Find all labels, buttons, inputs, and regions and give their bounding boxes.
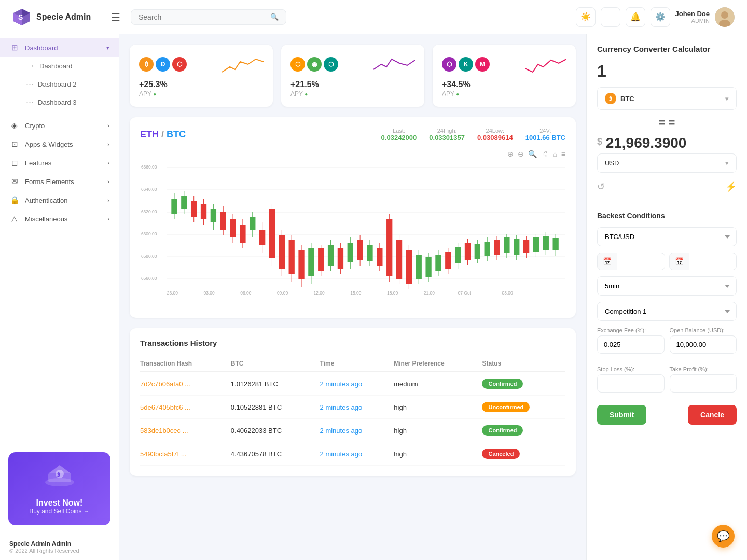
sidebar-item-features[interactable]: ◻ Features › [0,153,119,172]
search-input[interactable] [139,13,266,21]
table-row: 583de1b0cec ... 0.40622033 BTC 2 minutes… [140,419,565,442]
open-balance-input[interactable] [670,335,737,354]
svg-text:6620.00: 6620.00 [141,209,157,214]
tx-hash-cell[interactable]: 583de1b0cec ... [140,419,231,442]
theme-toggle-button[interactable]: ☀️ [576,7,596,27]
competition-form-group: Competition 1 [597,302,737,321]
svg-rect-27 [181,196,187,209]
stoploss-takeprofit-row: Stop Loss (%): Take Profit (%): [597,366,737,399]
mini-chart-1 [222,54,264,75]
transactions-table: Transaction Hash BTC Time Miner Preferen… [140,356,565,466]
equals-icon: = = [597,116,737,130]
apy-label-2: APY ● [290,90,415,97]
sidebar-item-auth[interactable]: 🔒 Authentication › [0,191,119,209]
btc-currency-select[interactable]: ₿ BTC ▾ [597,87,737,110]
svg-rect-25 [171,199,177,214]
svg-text:6580.00: 6580.00 [141,254,157,259]
sidebar-item-apps[interactable]: ⊡ Apps & Widgets › [0,135,119,153]
date-end-input[interactable] [689,254,737,270]
svg-rect-49 [289,240,295,274]
svg-text:03:00: 03:00 [204,290,215,296]
tx-hash-link: 583de1b0cec ... [140,427,188,435]
date-start-input[interactable] [617,254,665,270]
svg-rect-91 [494,240,500,255]
usd-currency-select[interactable]: USD ▾ [597,153,737,173]
pair-sep: / [161,129,167,139]
zoom-out-btn[interactable]: ⊖ [518,150,524,158]
status-badge: Confirmed [482,425,523,436]
svg-rect-43 [259,230,265,245]
svg-rect-71 [396,240,402,279]
transactions-card: Transactions History Transaction Hash BT… [130,328,576,476]
result-row: $ 21,969.3900 [597,135,737,151]
interval-form-group: 5min [597,276,737,296]
avatar[interactable] [715,7,735,27]
tx-status-cell: Confirmed [482,372,565,396]
user-role: ADMIN [691,18,710,24]
sidebar-item-dashboard[interactable]: ⊞ Dashboard ▾ [0,38,119,57]
svg-text:6660.00: 6660.00 [141,164,157,170]
svg-text:06:00: 06:00 [240,290,251,296]
tx-hash-cell[interactable]: 5493bcfa5f7f ... [140,442,231,466]
stop-loss-input[interactable] [597,374,665,393]
chat-fab-button[interactable]: 💬 [712,525,735,548]
sidebar-sub-dashboard2[interactable]: ··· Dashboard 2 [19,75,119,93]
result-value: 21,969.3900 [606,135,687,151]
fee-balance-row: Exchange Fee (%): Open Balance (USD): [597,327,737,360]
svg-rect-29 [191,201,197,217]
notifications-button[interactable]: 🔔 [626,7,645,27]
refresh-button[interactable]: ↺ [597,181,605,192]
hamburger-button[interactable]: ☰ [109,9,122,25]
tx-miner-cell: high [394,442,482,466]
tx-hash-cell[interactable]: 5de67405bfc6 ... [140,396,231,419]
col-btc: BTC [231,356,320,372]
exchange-fee-group: Exchange Fee (%): [597,327,665,354]
print-btn[interactable]: 🖨 [541,150,548,158]
stat-card-2-top: ⬡ ◉ ⬡ [290,54,415,75]
zoom-in-btn[interactable]: ⊕ [507,150,514,158]
svg-text:07 Oct: 07 Oct [458,290,472,296]
coin-icons-2: ⬡ ◉ ⬡ [290,57,338,72]
submit-button[interactable]: Submit [597,405,646,425]
sidebar-sub-dashboard3[interactable]: ··· Dashboard 3 [19,93,119,111]
lightning-button[interactable]: ⚡ [725,181,737,192]
home-btn[interactable]: ⌂ [552,150,557,158]
menu-btn[interactable]: ≡ [561,150,565,158]
tx-hash-cell[interactable]: 7d2c7b06afa0 ... [140,372,231,396]
take-profit-input[interactable] [670,374,737,393]
settings-button[interactable]: ⚙️ [651,7,670,27]
stat-card-3-top: ⬡ K M [442,54,566,75]
user-name: Johen Doe [675,10,710,18]
sidebar-item-forms[interactable]: ✉ Forms Elements › [0,172,119,191]
chart-stats: Last: 0.03242000 24High: 0.03301357 24Lo… [381,128,565,142]
status-badge: Confirmed [482,379,523,389]
interval-select[interactable]: 5min [597,276,737,296]
crypto-chevron: › [107,122,109,129]
svg-text:6640.00: 6640.00 [141,187,157,192]
exchange-fee-input[interactable] [597,335,665,354]
pair-select[interactable]: BTC/USD [597,227,737,246]
cancel-button[interactable]: Cancle [688,405,737,425]
coin-green-icon: ◉ [307,57,322,72]
magnify-btn[interactable]: 🔍 [528,150,537,158]
calendar-end-icon: 📅 [670,253,689,270]
tx-hash-link: 5493bcfa5f7f ... [140,450,187,458]
competition-select[interactable]: Competition 1 [597,302,737,321]
logo-icon: S [12,8,31,26]
transactions-title: Transactions History [140,339,565,347]
col-hash: Transaction Hash [140,356,231,372]
panel-divider [597,203,737,203]
svg-rect-79 [435,255,441,271]
right-panel: Currency Converter Calculator 1 ₿ BTC ▾ … [586,34,747,560]
sub-dashboard3-label: Dashboard 3 [38,99,76,106]
search-icon: 🔍 [270,13,279,21]
status-badge: Canceled [482,449,520,459]
logo-area: S Specie Admin [12,8,101,26]
sidebar-item-crypto[interactable]: ◈ Crypto › [0,116,119,135]
sidebar-sub-dashboard-main[interactable]: → Dashboard [19,57,119,75]
open-balance-group: Open Balance (USD): [670,327,737,354]
usd-label: USD [605,159,619,167]
invest-card[interactable]: ₿ Invest Now! Buy and Sell Coins → [8,452,110,525]
fullscreen-button[interactable]: ⛶ [601,7,620,27]
sidebar-item-misc[interactable]: △ Miscellaneous › [0,209,119,228]
